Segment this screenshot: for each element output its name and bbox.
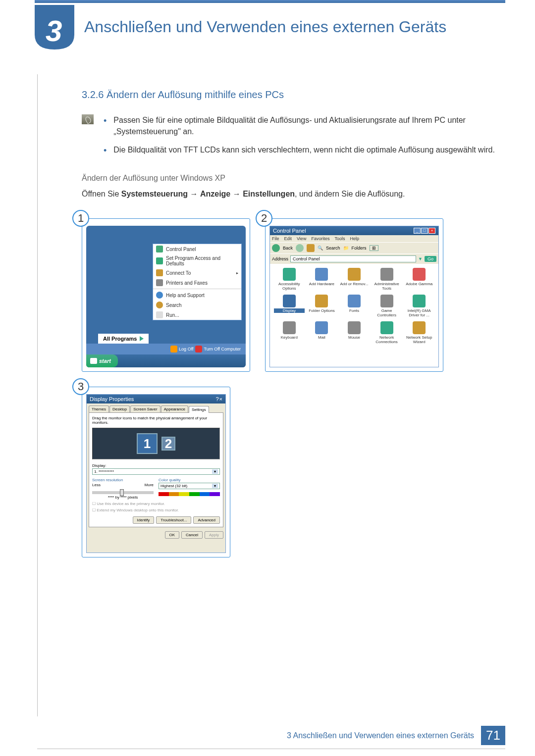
screenshot-panel-3: 3 Display Properties ?× Themes Desktop S… [82, 387, 230, 557]
advanced-button[interactable]: Advanced [193, 516, 220, 524]
cp-item-label: Network Connections [372, 335, 402, 344]
close-button[interactable]: × [428, 228, 435, 234]
cp-item-label: Administrative Tools [372, 282, 402, 291]
back-icon[interactable] [272, 244, 280, 252]
menu-favorites[interactable]: Favorites [311, 236, 329, 241]
page-footer: 3 Anschließen und Verwenden eines extern… [0, 726, 505, 745]
tab-appearance[interactable]: Appearance [161, 405, 188, 412]
monitor-2[interactable]: 2 [161, 437, 175, 451]
cp-icon-folder-options[interactable]: Folder Options [307, 295, 337, 317]
cp-item-icon [315, 295, 328, 307]
cp-icon-administrative-tools[interactable]: Administrative Tools [372, 268, 402, 291]
ok-button[interactable]: OK [165, 531, 180, 539]
bullet-dot-icon: • [104, 114, 107, 137]
dropdown-icon: ▾ [212, 469, 218, 474]
forward-icon[interactable] [296, 244, 304, 252]
cp-icon-mail[interactable]: Mail [307, 321, 337, 344]
footer-line [37, 749, 505, 749]
troubleshoot-button[interactable]: Troubleshoot... [156, 516, 191, 524]
menu-item-connect-to[interactable]: Connect To▸ [153, 268, 241, 278]
maximize-button[interactable]: □ [421, 228, 428, 234]
cp-item-icon [348, 268, 361, 281]
program-access-icon [156, 257, 163, 264]
identify-button[interactable]: Identify [133, 516, 155, 524]
cp-item-icon [413, 295, 426, 307]
menu-file[interactable]: File [272, 236, 279, 241]
screenshot-row: 1 Control Panel Set Program Access and D… [82, 218, 495, 372]
folders-button[interactable]: Folders [352, 246, 367, 251]
menu-item-printers[interactable]: Printers and Faxes [153, 278, 241, 288]
tabs: Themes Desktop Screen Saver Appearance S… [87, 403, 225, 412]
minimize-button[interactable]: _ [414, 228, 421, 234]
menu-item-control-panel[interactable]: Control Panel [153, 244, 241, 254]
menu-tools[interactable]: Tools [334, 236, 345, 241]
resolution-slider[interactable] [92, 491, 154, 494]
extend-desktop-checkbox[interactable]: ☐ Extend my Windows desktop onto this mo… [92, 508, 220, 512]
display-select[interactable]: 1. **********▾ [92, 468, 220, 475]
menu-view[interactable]: View [297, 236, 306, 241]
help-button[interactable]: ? [215, 396, 218, 402]
tab-settings[interactable]: Settings [189, 406, 209, 413]
close-button[interactable]: × [219, 396, 222, 402]
cp-icon-game-controllers[interactable]: Game Controllers [372, 295, 402, 317]
step-number-1: 1 [72, 210, 89, 227]
tab-screensaver[interactable]: Screen Saver [130, 405, 160, 412]
cp-icon-intel-r-gma-driver-for-[interactable]: Intel(R) GMA Driver for ... [404, 295, 434, 317]
cp-item-icon [315, 321, 328, 334]
cp-icon-mouse[interactable]: Mouse [339, 321, 370, 344]
cp-icon-accessibility-options[interactable]: Accessibility Options [274, 268, 305, 291]
cp-item-icon [283, 295, 296, 307]
step-number-3: 3 [72, 378, 89, 395]
cp-icon-display[interactable]: Display [274, 295, 305, 317]
menu-item-program-access[interactable]: Set Program Access and Defaults [153, 254, 241, 268]
bullet-dot-icon: • [104, 144, 107, 157]
tab-themes[interactable]: Themes [89, 405, 109, 412]
cp-item-label: Folder Options [307, 308, 337, 313]
page-header: 3 Anschließen und Verwenden eines extern… [0, 0, 535, 59]
monitor-1[interactable]: 1 [137, 433, 158, 454]
settings-body: Drag the monitor icons to match the phys… [89, 412, 223, 527]
up-icon[interactable] [307, 244, 315, 252]
cp-item-label: Network Setup Wizard [404, 335, 434, 344]
cp-item-icon [348, 321, 361, 334]
cancel-button[interactable]: Cancel [181, 531, 203, 539]
page-number: 71 [481, 726, 505, 745]
windows-flag-icon [90, 358, 97, 364]
primary-monitor-checkbox[interactable]: ☐ Use this device as the primary monitor… [92, 502, 220, 506]
menu-edit[interactable]: Edit [284, 236, 292, 241]
cp-icon-network-setup-wizard[interactable]: Network Setup Wizard [404, 321, 434, 344]
color-bar [159, 492, 220, 496]
cp-icon-network-connections[interactable]: Network Connections [372, 321, 402, 344]
logoff-icon [170, 346, 177, 353]
monitor-arrangement[interactable]: 1 2 [92, 428, 220, 459]
cp-icon-keyboard[interactable]: Keyboard [274, 321, 305, 344]
control-panel-window: Control Panel _ □ × File Edit View Favor… [269, 226, 439, 367]
apply-button[interactable]: Apply [205, 531, 223, 539]
slider-thumb[interactable] [120, 489, 124, 496]
cp-icon-adobe-gamma[interactable]: Adobe Gamma [404, 268, 434, 291]
tab-desktop[interactable]: Desktop [109, 405, 130, 412]
menu-help[interactable]: Help [350, 236, 359, 241]
cp-icon-fonts[interactable]: Fonts [339, 295, 370, 317]
subheading: Ändern der Auflösung unter Windows XP [82, 174, 495, 183]
menu-item-help[interactable]: Help and Support [153, 290, 241, 300]
go-button[interactable]: Go [425, 256, 436, 262]
cp-item-label: Accessibility Options [274, 282, 305, 291]
color-quality-label: Color quality [159, 478, 220, 482]
color-quality-select[interactable]: Highest (32 bit)▾ [159, 483, 220, 489]
start-button[interactable]: start [86, 354, 118, 367]
turnoff-button[interactable]: Turn Off Computer [195, 346, 241, 353]
menu-item-run[interactable]: Run... [153, 310, 241, 320]
all-programs-button[interactable]: All Programs [98, 334, 149, 344]
menu-item-search[interactable]: Search [153, 300, 241, 310]
cp-item-label: Mouse [339, 335, 370, 340]
logoff-button[interactable]: Log Off [170, 346, 193, 353]
address-input[interactable]: Control Panel [290, 255, 416, 262]
window-titlebar: Control Panel _ □ × [270, 226, 438, 235]
cp-icon-add-hardware[interactable]: Add Hardware [307, 268, 337, 291]
note-block: •Passen Sie für eine optimale Bildqualit… [82, 114, 495, 164]
search-button[interactable]: Search [326, 246, 340, 251]
cp-icon-add-or-remov-[interactable]: Add or Remov... [339, 268, 370, 291]
help-icon [156, 292, 163, 299]
cp-item-icon [380, 295, 393, 307]
